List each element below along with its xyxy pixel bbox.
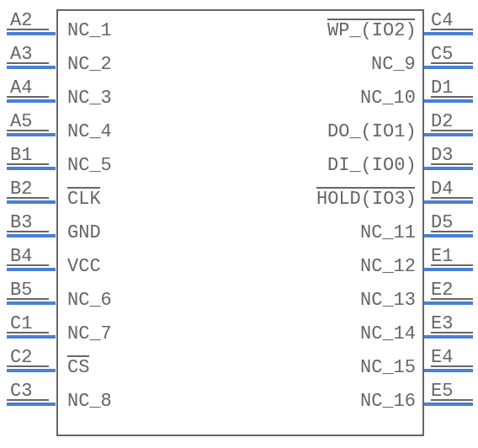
pin-label-left: GND xyxy=(67,222,101,243)
pin-number-underline xyxy=(7,332,49,333)
pin-number-underline xyxy=(431,62,473,64)
pin-number-underline xyxy=(7,298,49,300)
pin-number-underline xyxy=(431,399,473,401)
pin-lead-right xyxy=(424,268,473,271)
pin-number-underline xyxy=(431,298,473,300)
pin-label-right: NC_12 xyxy=(360,256,416,277)
pin-lead-left xyxy=(7,369,56,372)
pin-lead-left xyxy=(7,234,56,237)
pin-label-left: NC_4 xyxy=(67,121,112,142)
overline xyxy=(67,355,89,357)
pin-lead-left xyxy=(7,66,56,69)
pin-label-right: NC_16 xyxy=(360,391,416,412)
pin-label-right: NC_11 xyxy=(360,222,416,243)
pin-label-left: CLK xyxy=(67,189,101,210)
pin-label-right: HOLD(IO3) xyxy=(316,189,417,210)
pin-number-underline xyxy=(7,96,49,98)
pin-lead-right xyxy=(424,200,473,204)
pin-number-underline xyxy=(7,399,49,401)
pin-lead-right xyxy=(424,32,473,35)
pin-lead-left xyxy=(7,200,56,204)
pin-lead-right xyxy=(424,167,473,170)
pin-label-left: NC_6 xyxy=(67,290,112,311)
pin-number-underline xyxy=(7,130,49,131)
pin-number-underline xyxy=(7,197,49,199)
pin-number-underline xyxy=(431,264,473,266)
pin-label-right: DI_(IO0) xyxy=(327,155,417,176)
pin-lead-left xyxy=(7,403,56,406)
pin-label-right: WP_(IO2) xyxy=(327,20,417,41)
pin-number-underline xyxy=(431,130,473,131)
pin-lead-left xyxy=(7,167,56,170)
pin-label-left: NC_2 xyxy=(67,54,112,75)
pin-number-underline xyxy=(431,163,473,165)
pin-lead-right xyxy=(424,234,473,237)
pin-number-underline xyxy=(7,264,49,266)
pin-lead-right xyxy=(424,369,473,372)
pin-lead-right xyxy=(424,403,473,406)
pin-number-underline xyxy=(431,96,473,98)
pin-number-underline xyxy=(7,231,49,232)
pin-number-underline xyxy=(431,29,473,30)
pin-label-right: NC_10 xyxy=(360,88,416,109)
pin-label-left: NC_1 xyxy=(67,20,112,41)
pin-label-right: NC_13 xyxy=(360,290,416,311)
pin-lead-right xyxy=(424,133,473,136)
pin-lead-right xyxy=(424,99,473,103)
pin-number-underline xyxy=(431,332,473,333)
pin-label-left: NC_8 xyxy=(67,391,112,412)
pin-lead-left xyxy=(7,99,56,103)
pin-label-right: NC_9 xyxy=(371,54,416,75)
pin-label-right: NC_14 xyxy=(360,323,416,344)
pin-number-underline xyxy=(7,29,49,30)
pin-number-underline xyxy=(7,163,49,165)
pin-lead-left xyxy=(7,32,56,35)
pin-number-underline xyxy=(7,62,49,64)
pin-lead-left xyxy=(7,133,56,136)
pin-label-right: NC_15 xyxy=(360,357,416,378)
pin-label-right: DO_(IO1) xyxy=(327,121,417,142)
pin-number-underline xyxy=(431,365,473,367)
pin-lead-left xyxy=(7,268,56,271)
pin-number-underline xyxy=(431,197,473,199)
overline xyxy=(67,187,100,189)
pin-label-left: NC_3 xyxy=(67,88,112,109)
pin-lead-right xyxy=(424,301,473,305)
pin-label-left: NC_5 xyxy=(67,155,112,176)
pin-label-left: VCC xyxy=(67,256,101,277)
overline xyxy=(327,19,415,20)
pin-number-underline xyxy=(431,231,473,232)
pin-label-left: NC_7 xyxy=(67,323,112,344)
pin-lead-left xyxy=(7,335,56,339)
pin-lead-right xyxy=(424,335,473,339)
overline xyxy=(316,187,415,189)
pin-lead-right xyxy=(424,66,473,69)
pin-label-left: CS xyxy=(67,357,89,378)
pin-lead-left xyxy=(7,301,56,305)
pin-number-underline xyxy=(7,365,49,367)
